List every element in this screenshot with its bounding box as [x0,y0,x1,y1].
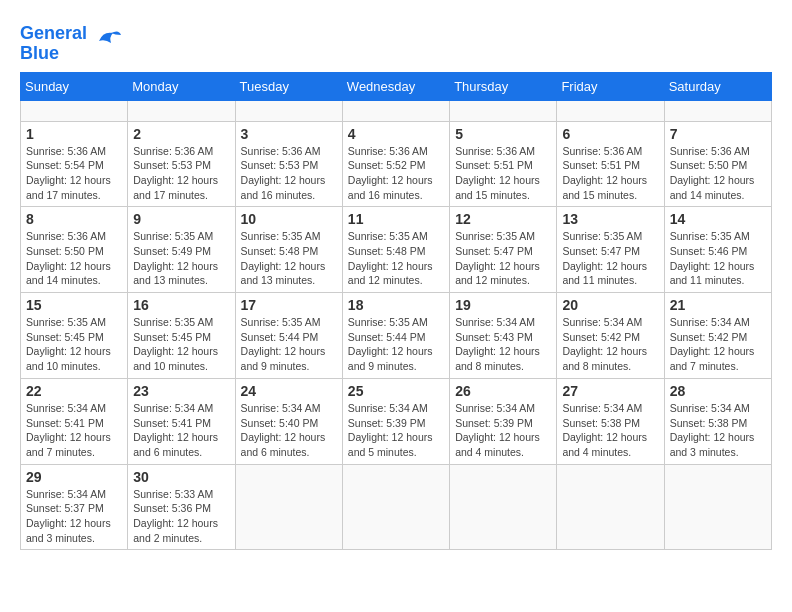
day-number: 24 [241,383,337,399]
day-number: 7 [670,126,766,142]
calendar-cell: 16Sunrise: 5:35 AM Sunset: 5:45 PM Dayli… [128,293,235,379]
day-info: Sunrise: 5:34 AM Sunset: 5:37 PM Dayligh… [26,487,122,546]
calendar-cell [450,464,557,550]
calendar-cell [664,464,771,550]
calendar-cell [21,100,128,121]
day-number: 13 [562,211,658,227]
calendar-cell [664,100,771,121]
day-info: Sunrise: 5:36 AM Sunset: 5:51 PM Dayligh… [455,144,551,203]
day-number: 4 [348,126,444,142]
day-number: 16 [133,297,229,313]
calendar-cell: 11Sunrise: 5:35 AM Sunset: 5:48 PM Dayli… [342,207,449,293]
day-of-week-header: Thursday [450,72,557,100]
day-info: Sunrise: 5:34 AM Sunset: 5:38 PM Dayligh… [670,401,766,460]
day-info: Sunrise: 5:34 AM Sunset: 5:41 PM Dayligh… [133,401,229,460]
calendar-cell: 23Sunrise: 5:34 AM Sunset: 5:41 PM Dayli… [128,378,235,464]
calendar-week-row: 15Sunrise: 5:35 AM Sunset: 5:45 PM Dayli… [21,293,772,379]
calendar-week-row [21,100,772,121]
calendar-week-row: 29Sunrise: 5:34 AM Sunset: 5:37 PM Dayli… [21,464,772,550]
calendar-cell: 26Sunrise: 5:34 AM Sunset: 5:39 PM Dayli… [450,378,557,464]
calendar-cell: 18Sunrise: 5:35 AM Sunset: 5:44 PM Dayli… [342,293,449,379]
calendar-cell [557,464,664,550]
day-info: Sunrise: 5:33 AM Sunset: 5:36 PM Dayligh… [133,487,229,546]
calendar-cell: 17Sunrise: 5:35 AM Sunset: 5:44 PM Dayli… [235,293,342,379]
calendar-table: SundayMondayTuesdayWednesdayThursdayFrid… [20,72,772,551]
day-of-week-header: Friday [557,72,664,100]
day-info: Sunrise: 5:34 AM Sunset: 5:41 PM Dayligh… [26,401,122,460]
day-number: 11 [348,211,444,227]
day-number: 30 [133,469,229,485]
calendar-cell: 1Sunrise: 5:36 AM Sunset: 5:54 PM Daylig… [21,121,128,207]
calendar-cell: 29Sunrise: 5:34 AM Sunset: 5:37 PM Dayli… [21,464,128,550]
calendar-cell: 28Sunrise: 5:34 AM Sunset: 5:38 PM Dayli… [664,378,771,464]
day-info: Sunrise: 5:34 AM Sunset: 5:42 PM Dayligh… [670,315,766,374]
day-info: Sunrise: 5:34 AM Sunset: 5:39 PM Dayligh… [348,401,444,460]
calendar-cell: 9Sunrise: 5:35 AM Sunset: 5:49 PM Daylig… [128,207,235,293]
day-number: 12 [455,211,551,227]
day-number: 15 [26,297,122,313]
day-number: 3 [241,126,337,142]
day-info: Sunrise: 5:35 AM Sunset: 5:44 PM Dayligh… [348,315,444,374]
day-info: Sunrise: 5:36 AM Sunset: 5:54 PM Dayligh… [26,144,122,203]
day-number: 28 [670,383,766,399]
calendar-cell: 3Sunrise: 5:36 AM Sunset: 5:53 PM Daylig… [235,121,342,207]
calendar-cell: 19Sunrise: 5:34 AM Sunset: 5:43 PM Dayli… [450,293,557,379]
calendar-cell: 14Sunrise: 5:35 AM Sunset: 5:46 PM Dayli… [664,207,771,293]
day-number: 17 [241,297,337,313]
day-of-week-header: Sunday [21,72,128,100]
logo-text: General Blue [20,24,87,64]
day-info: Sunrise: 5:35 AM Sunset: 5:48 PM Dayligh… [348,229,444,288]
day-of-week-header: Tuesday [235,72,342,100]
calendar-cell: 5Sunrise: 5:36 AM Sunset: 5:51 PM Daylig… [450,121,557,207]
day-info: Sunrise: 5:35 AM Sunset: 5:44 PM Dayligh… [241,315,337,374]
calendar-cell: 15Sunrise: 5:35 AM Sunset: 5:45 PM Dayli… [21,293,128,379]
calendar-cell: 8Sunrise: 5:36 AM Sunset: 5:50 PM Daylig… [21,207,128,293]
day-number: 2 [133,126,229,142]
calendar-cell [342,100,449,121]
day-number: 19 [455,297,551,313]
day-info: Sunrise: 5:35 AM Sunset: 5:47 PM Dayligh… [562,229,658,288]
page-header: General Blue [20,20,772,64]
calendar-cell: 22Sunrise: 5:34 AM Sunset: 5:41 PM Dayli… [21,378,128,464]
day-number: 22 [26,383,122,399]
calendar-cell: 27Sunrise: 5:34 AM Sunset: 5:38 PM Dayli… [557,378,664,464]
day-number: 1 [26,126,122,142]
calendar-cell [128,100,235,121]
day-number: 20 [562,297,658,313]
calendar-cell: 2Sunrise: 5:36 AM Sunset: 5:53 PM Daylig… [128,121,235,207]
day-info: Sunrise: 5:34 AM Sunset: 5:39 PM Dayligh… [455,401,551,460]
day-info: Sunrise: 5:35 AM Sunset: 5:48 PM Dayligh… [241,229,337,288]
logo: General Blue [20,24,123,64]
day-info: Sunrise: 5:35 AM Sunset: 5:45 PM Dayligh… [133,315,229,374]
day-number: 18 [348,297,444,313]
calendar-cell: 21Sunrise: 5:34 AM Sunset: 5:42 PM Dayli… [664,293,771,379]
calendar-week-row: 8Sunrise: 5:36 AM Sunset: 5:50 PM Daylig… [21,207,772,293]
day-info: Sunrise: 5:35 AM Sunset: 5:49 PM Dayligh… [133,229,229,288]
calendar-week-row: 1Sunrise: 5:36 AM Sunset: 5:54 PM Daylig… [21,121,772,207]
calendar-cell: 7Sunrise: 5:36 AM Sunset: 5:50 PM Daylig… [664,121,771,207]
day-number: 23 [133,383,229,399]
day-info: Sunrise: 5:35 AM Sunset: 5:46 PM Dayligh… [670,229,766,288]
day-info: Sunrise: 5:36 AM Sunset: 5:53 PM Dayligh… [133,144,229,203]
day-of-week-header: Monday [128,72,235,100]
day-number: 6 [562,126,658,142]
day-info: Sunrise: 5:36 AM Sunset: 5:50 PM Dayligh… [670,144,766,203]
day-info: Sunrise: 5:36 AM Sunset: 5:53 PM Dayligh… [241,144,337,203]
day-of-week-header: Wednesday [342,72,449,100]
calendar-cell: 4Sunrise: 5:36 AM Sunset: 5:52 PM Daylig… [342,121,449,207]
day-number: 14 [670,211,766,227]
calendar-cell [235,464,342,550]
day-info: Sunrise: 5:34 AM Sunset: 5:40 PM Dayligh… [241,401,337,460]
day-number: 10 [241,211,337,227]
day-info: Sunrise: 5:34 AM Sunset: 5:43 PM Dayligh… [455,315,551,374]
calendar-cell: 10Sunrise: 5:35 AM Sunset: 5:48 PM Dayli… [235,207,342,293]
day-number: 8 [26,211,122,227]
calendar-cell: 20Sunrise: 5:34 AM Sunset: 5:42 PM Dayli… [557,293,664,379]
calendar-cell: 12Sunrise: 5:35 AM Sunset: 5:47 PM Dayli… [450,207,557,293]
calendar-cell [450,100,557,121]
day-info: Sunrise: 5:34 AM Sunset: 5:42 PM Dayligh… [562,315,658,374]
day-number: 25 [348,383,444,399]
day-info: Sunrise: 5:35 AM Sunset: 5:45 PM Dayligh… [26,315,122,374]
calendar-cell: 13Sunrise: 5:35 AM Sunset: 5:47 PM Dayli… [557,207,664,293]
day-info: Sunrise: 5:36 AM Sunset: 5:51 PM Dayligh… [562,144,658,203]
